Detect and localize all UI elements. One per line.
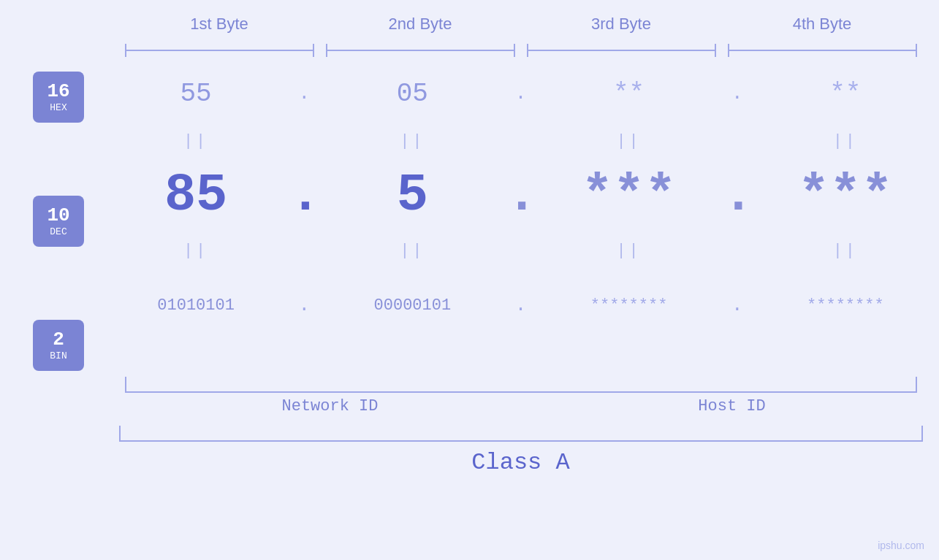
hex-b2-value: 05 bbox=[397, 79, 428, 109]
byte2-header: 2nd Byte bbox=[320, 15, 521, 38]
bin-sep1: . bbox=[289, 294, 319, 316]
bin-row: 01010101 . 00000101 . ******** . *******… bbox=[102, 276, 939, 334]
dec-b2: 5 bbox=[319, 166, 506, 226]
dpipe2: || bbox=[319, 132, 506, 150]
content-area: 16 HEX 10 DEC 2 BIN 55 . bbox=[0, 64, 939, 371]
hex-row: 55 . 05 . ** . ** bbox=[102, 64, 939, 123]
bin-badge-label: BIN bbox=[50, 350, 66, 361]
dec-b2-value: 5 bbox=[397, 166, 428, 226]
dec-badge: 10 DEC bbox=[33, 196, 84, 247]
id-labels-row: Network ID Host ID bbox=[119, 397, 923, 415]
bin-b3: ******** bbox=[536, 296, 723, 315]
bin-badge-number: 2 bbox=[53, 329, 64, 350]
dec-badge-label: DEC bbox=[50, 226, 66, 237]
bin-b4-value: ******** bbox=[807, 296, 884, 315]
bin-sep3: . bbox=[723, 294, 752, 316]
dec-b1: 85 bbox=[102, 166, 289, 226]
main-container: 1st Byte 2nd Byte 3rd Byte 4th Byte 16 H… bbox=[0, 0, 939, 560]
hex-b3: ** bbox=[536, 79, 723, 109]
hex-b4-value: ** bbox=[829, 79, 861, 109]
dec-b1-value: 85 bbox=[164, 166, 227, 226]
dec-badge-number: 10 bbox=[47, 205, 69, 226]
dec-b4-value: *** bbox=[798, 166, 893, 226]
dec-b4: *** bbox=[752, 166, 939, 226]
host-id-label: Host ID bbox=[541, 397, 923, 415]
hex-sep2: . bbox=[506, 83, 536, 104]
dpipe6: || bbox=[319, 242, 506, 260]
hex-b3-value: ** bbox=[613, 79, 645, 109]
top-brackets bbox=[119, 44, 923, 57]
double-pipe-row-2: || || || || bbox=[102, 232, 939, 269]
full-bottom-bracket bbox=[119, 426, 923, 442]
dpipe8: || bbox=[752, 242, 939, 260]
dec-row: 85 . 5 . *** . *** bbox=[102, 159, 939, 232]
hex-badge: 16 HEX bbox=[33, 72, 84, 123]
dec-b3: *** bbox=[536, 166, 723, 226]
dpipe5: || bbox=[102, 242, 289, 260]
dec-dot1: . bbox=[289, 166, 321, 226]
bracket-top-1 bbox=[125, 44, 314, 57]
byte3-header: 3rd Byte bbox=[521, 15, 722, 38]
dec-b3-value: *** bbox=[582, 166, 677, 226]
host-bracket bbox=[541, 377, 917, 393]
dec-sep2: . bbox=[506, 166, 536, 226]
bin-badge: 2 BIN bbox=[33, 320, 84, 371]
dpipe7: || bbox=[536, 242, 723, 260]
class-label: Class A bbox=[119, 449, 923, 476]
dec-sep3: . bbox=[723, 166, 752, 226]
hex-b4: ** bbox=[752, 79, 939, 109]
badges-column: 16 HEX 10 DEC 2 BIN bbox=[0, 64, 102, 371]
network-bracket bbox=[125, 377, 541, 393]
bracket-top-4 bbox=[728, 44, 917, 57]
values-grid: 55 . 05 . ** . ** || || bbox=[102, 64, 939, 371]
dpipe3: || bbox=[536, 132, 723, 150]
bin-b2: 00000101 bbox=[319, 296, 506, 315]
bin-b2-value: 00000101 bbox=[374, 296, 452, 315]
bin-b3-value: ******** bbox=[590, 296, 668, 315]
byte1-header: 1st Byte bbox=[119, 15, 320, 38]
hex-b1: 55 bbox=[102, 79, 289, 109]
bin-b4: ******** bbox=[752, 296, 939, 315]
hex-sep3: . bbox=[723, 83, 752, 104]
bin-b1: 01010101 bbox=[102, 296, 289, 315]
hex-b2: 05 bbox=[319, 79, 506, 109]
dec-dot3: . bbox=[723, 166, 754, 226]
hex-badge-label: HEX bbox=[50, 102, 66, 113]
bracket-top-2 bbox=[326, 44, 515, 57]
byte-headers: 1st Byte 2nd Byte 3rd Byte 4th Byte bbox=[119, 15, 923, 38]
bin-b1-value: 01010101 bbox=[157, 296, 235, 315]
hex-badge-number: 16 bbox=[47, 81, 69, 102]
bottom-brackets-container bbox=[119, 377, 923, 393]
dec-dot2: . bbox=[506, 166, 538, 226]
byte4-header: 4th Byte bbox=[722, 15, 923, 38]
dpipe4: || bbox=[752, 132, 939, 150]
bin-sep2: . bbox=[506, 294, 536, 316]
double-pipe-row-1: || || || || bbox=[102, 123, 939, 159]
watermark: ipshu.com bbox=[878, 540, 924, 551]
bracket-top-3 bbox=[527, 44, 716, 57]
dec-sep1: . bbox=[289, 166, 319, 226]
network-id-label: Network ID bbox=[119, 397, 541, 415]
hex-sep1: . bbox=[289, 83, 319, 104]
dpipe1: || bbox=[102, 132, 289, 150]
hex-b1-value: 55 bbox=[180, 79, 212, 109]
